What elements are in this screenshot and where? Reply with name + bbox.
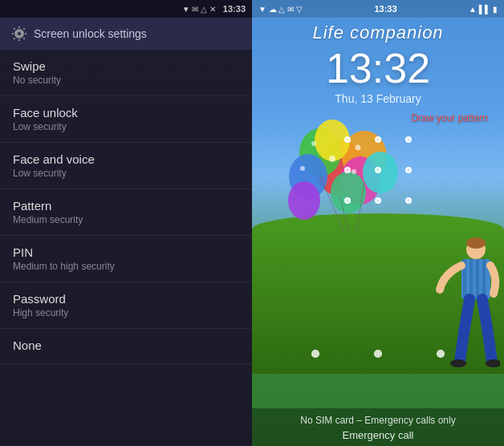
svg-rect-23	[469, 259, 473, 299]
swipe-subtitle: No security	[13, 75, 239, 86]
no-sim-text: No SIM card – Emergency calls only	[252, 415, 504, 426]
pattern-dot-6[interactable]	[405, 167, 412, 173]
draw-pattern-hint: Draw your pattern	[412, 112, 488, 124]
pattern-title: Pattern	[13, 199, 239, 213]
face-unlock-title: Face unlock	[13, 106, 239, 120]
pattern-dot-8[interactable]	[375, 197, 381, 204]
pin-title: PIN	[13, 245, 239, 259]
pattern-dot-2[interactable]	[375, 136, 381, 143]
face-unlock-option[interactable]: Face unlock Low security	[0, 96, 252, 143]
status-time-left: 13:33	[223, 4, 246, 14]
status-left-icons: ▼ ☁ △ ✉ ▽	[258, 5, 303, 14]
pattern-dot-3[interactable]	[405, 136, 412, 143]
svg-point-17	[300, 166, 305, 171]
svg-point-14	[329, 156, 335, 162]
battery-icon: ▮	[493, 5, 498, 14]
page-dots	[252, 350, 504, 358]
pattern-dot-4[interactable]	[344, 167, 351, 173]
password-subtitle: High security	[13, 307, 239, 318]
pin-option[interactable]: PIN Medium to high security	[0, 236, 252, 282]
lockscreen-panel: ▼ ☁ △ ✉ ▽ 13:33 ▲ ▌▌ ▮ Life companion 13…	[252, 0, 504, 446]
swipe-option[interactable]: Swipe No security	[0, 50, 252, 96]
wifi-icon: ▲	[469, 5, 477, 14]
password-title: Password	[13, 292, 239, 306]
page-dot-1	[311, 350, 319, 358]
unlock-options-list: Swipe No security Face unlock Low securi…	[0, 50, 252, 446]
lockscreen-bottom-bar: No SIM card – Emergency calls only Emerg…	[252, 408, 504, 446]
pattern-grid[interactable]	[344, 136, 412, 204]
password-option[interactable]: Password High security	[0, 282, 252, 329]
page-dot-2	[374, 350, 382, 358]
life-companion-text: Life companion	[252, 22, 504, 43]
emergency-call-button[interactable]: Emergency call	[252, 429, 504, 441]
svg-point-16	[311, 141, 316, 146]
face-voice-title: Face and voice	[13, 152, 239, 166]
svg-point-26	[450, 359, 466, 367]
pattern-dot-5[interactable]	[375, 167, 381, 173]
pattern-dot-1[interactable]	[344, 136, 351, 143]
gear-icon	[11, 26, 27, 42]
notification-icons-right: ▼ ☁ △ ✉ ▽	[258, 5, 303, 14]
settings-title: Screen unlock settings	[34, 27, 147, 40]
swipe-title: Swipe	[13, 59, 239, 73]
status-right-icons: ▲ ▌▌ ▮	[469, 5, 498, 14]
svg-rect-25	[482, 259, 486, 299]
pattern-dot-7[interactable]	[344, 197, 351, 204]
svg-point-20	[466, 237, 486, 249]
svg-point-0	[17, 31, 22, 36]
lockscreen-time: 13:32	[252, 44, 504, 92]
pattern-dot-9[interactable]	[405, 197, 412, 204]
notification-icons: ▼ ✉ △ ✕	[182, 5, 216, 14]
svg-rect-24	[476, 259, 479, 299]
lockscreen-status-time: 13:33	[374, 4, 396, 14]
settings-header: Screen unlock settings	[0, 18, 252, 50]
pattern-subtitle: Medium security	[13, 214, 239, 225]
pin-subtitle: Medium to high security	[13, 261, 239, 272]
face-unlock-subtitle: Low security	[13, 121, 239, 132]
none-option[interactable]: None	[0, 329, 252, 364]
status-bar-left: ▼ ✉ △ ✕ 13:33	[0, 0, 252, 18]
face-voice-subtitle: Low security	[13, 168, 239, 179]
signal-icon: ▌▌	[479, 5, 490, 14]
page-dot-3	[437, 350, 445, 358]
face-voice-option[interactable]: Face and voice Low security	[0, 143, 252, 189]
status-bar-right: ▼ ☁ △ ✉ ▽ 13:33 ▲ ▌▌ ▮	[252, 0, 504, 18]
pattern-option[interactable]: Pattern Medium security	[0, 189, 252, 236]
settings-panel: ▼ ✉ △ ✕ 13:33 Screen unlock settings Swi…	[0, 0, 252, 446]
status-icons-left: ▼ ✉ △ ✕ 13:33	[182, 4, 246, 14]
none-title: None	[13, 339, 239, 352]
svg-point-9	[288, 181, 320, 220]
